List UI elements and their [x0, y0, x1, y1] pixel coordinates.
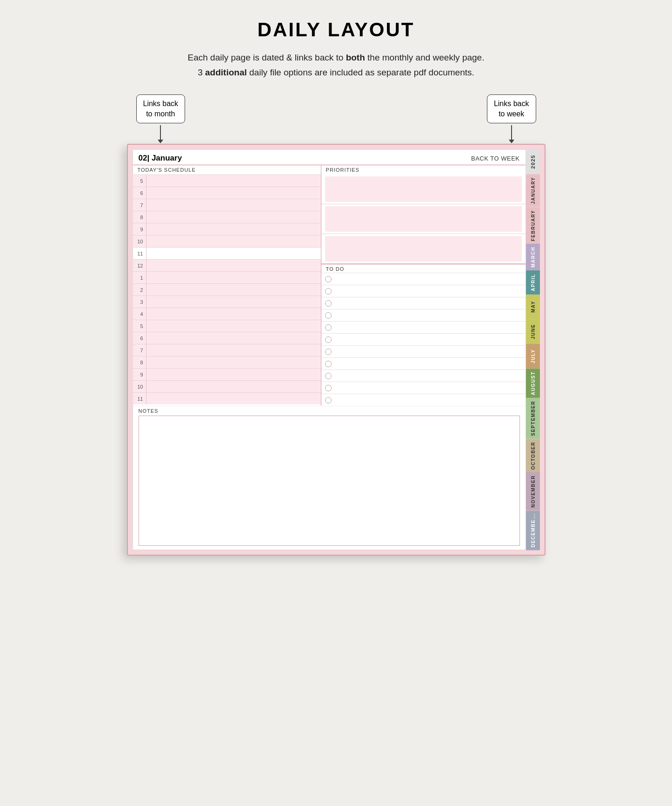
notes-box[interactable]: [139, 416, 520, 546]
time-row-2: 2: [133, 283, 321, 296]
arrow-down-week: [511, 125, 512, 140]
time-4: 4: [133, 311, 146, 317]
priorities-column: PRIORITIES TO DO: [321, 165, 526, 406]
time-12: 12: [133, 263, 146, 269]
notes-section: NOTES: [133, 406, 526, 550]
todo-item-2[interactable]: [321, 285, 526, 297]
todo-item-6[interactable]: [321, 333, 526, 345]
time-row-9: 9: [133, 223, 321, 235]
tab-may[interactable]: MAY: [526, 295, 540, 319]
todo-item-10[interactable]: [321, 382, 526, 394]
time-3: 3: [133, 299, 146, 305]
time-10pm: 10: [133, 384, 146, 390]
time-11pm: 11: [133, 396, 146, 402]
time-10: 10: [133, 239, 146, 244]
time-9pm: 9: [133, 372, 146, 377]
todo-item-9[interactable]: [321, 369, 526, 382]
subtitle: Each daily page is dated & links back to…: [188, 50, 485, 81]
time-5pm: 5: [133, 323, 146, 329]
annotation-month: Links backto month: [136, 94, 186, 141]
priority-area-1[interactable]: [325, 176, 522, 202]
tab-june[interactable]: JUNE: [526, 319, 540, 344]
time-1: 1: [133, 275, 146, 281]
priority-block-2: [321, 206, 526, 234]
tab-march[interactable]: MARCH: [526, 244, 540, 270]
schedule-label: TODAY'S SCHEDULE: [133, 165, 321, 175]
time-row-3: 3: [133, 296, 321, 308]
time-2: 2: [133, 287, 146, 293]
time-row-9pm: 9: [133, 368, 321, 380]
time-row-12: 12: [133, 259, 321, 271]
time-row-1: 1: [133, 271, 321, 283]
priorities-label: PRIORITIES: [321, 165, 526, 175]
tab-july[interactable]: JULY: [526, 344, 540, 369]
time-row-7pm: 7: [133, 344, 321, 356]
todo-circle-10: [325, 385, 332, 391]
todo-circle-5: [325, 324, 332, 331]
planner-header: 02| January BACK TO WEEK: [133, 150, 526, 165]
time-7: 7: [133, 202, 146, 208]
todo-circle-9: [325, 373, 332, 379]
todo-item-4[interactable]: [321, 309, 526, 321]
planner-inner: 02| January BACK TO WEEK TODAY'S SCHEDUL…: [133, 149, 526, 550]
planner-date: 02| January: [139, 154, 182, 163]
tab-september[interactable]: SEPTEMBER: [526, 398, 540, 439]
todo-circle-7: [325, 349, 332, 355]
time-row-6pm: 6: [133, 332, 321, 344]
page-title: DAILY LAYOUT: [258, 19, 415, 41]
time-row-7: 7: [133, 199, 321, 211]
subtitle-line2-end: daily file options are included as separ…: [247, 67, 474, 77]
tab-april[interactable]: APRIL: [526, 270, 540, 295]
time-9: 9: [133, 227, 146, 232]
tab-august[interactable]: AUGUST: [526, 369, 540, 398]
time-8: 8: [133, 215, 146, 220]
planner-body: TODAY'S SCHEDULE 5 6 7 8 9 10 11 12 1 2 …: [133, 165, 526, 406]
todo-item-3[interactable]: [321, 297, 526, 309]
time-6: 6: [133, 190, 146, 196]
tab-december[interactable]: DECEMBE...: [526, 510, 540, 550]
todo-circle-6: [325, 336, 332, 343]
priority-block-3: [321, 236, 526, 264]
subtitle-bold2: additional: [205, 67, 247, 77]
arrow-down-month: [160, 125, 161, 140]
annotation-week-box: Links backto week: [487, 94, 536, 124]
todo-item-5[interactable]: [321, 321, 526, 333]
time-8pm: 8: [133, 360, 146, 365]
annotation-month-text: Links backto month: [143, 100, 179, 118]
todo-circle-3: [325, 300, 332, 307]
tab-november[interactable]: NOVEMBER: [526, 472, 540, 510]
time-5: 5: [133, 178, 146, 184]
back-to-week[interactable]: BACK TO WEEK: [471, 155, 520, 162]
todo-circle-4: [325, 312, 332, 319]
todo-label: TO DO: [321, 264, 526, 273]
time-7pm: 7: [133, 348, 146, 353]
todo-item-7[interactable]: [321, 345, 526, 357]
time-row-5pm: 5: [133, 320, 321, 332]
todo-circle-1: [325, 276, 332, 282]
subtitle-line1: Each daily page is dated & links back to: [188, 53, 346, 62]
todo-item-11[interactable]: [321, 394, 526, 406]
todo-circle-2: [325, 288, 332, 295]
annotation-week-text: Links backto week: [494, 100, 529, 118]
time-row-5: 5: [133, 175, 321, 187]
todo-item-8[interactable]: [321, 357, 526, 369]
time-6pm: 6: [133, 336, 146, 341]
subtitle-bold: both: [346, 53, 365, 62]
sidebar-tabs: 2025 JANUARY FEBRUARY MARCH APRIL MAY JU…: [526, 149, 540, 550]
priority-area-3[interactable]: [325, 236, 522, 262]
todo-circle-11: [325, 397, 332, 403]
time-row-4: 4: [133, 308, 321, 320]
tab-february[interactable]: FEBRUARY: [526, 207, 540, 244]
subtitle-line1-end: the monthly and weekly page.: [365, 53, 485, 62]
todo-item-1[interactable]: [321, 273, 526, 285]
schedule-column: TODAY'S SCHEDULE 5 6 7 8 9 10 11 12 1 2 …: [133, 165, 321, 406]
time-row-10: 10: [133, 235, 321, 247]
time-row-8pm: 8: [133, 356, 321, 368]
priority-area-2[interactable]: [325, 206, 522, 232]
time-row-8: 8: [133, 211, 321, 223]
tab-2025[interactable]: 2025: [526, 149, 540, 174]
tab-january[interactable]: JANUARY: [526, 174, 540, 207]
tab-october[interactable]: OCTOBER: [526, 439, 540, 472]
annotation-week: Links backto week: [487, 94, 536, 141]
todo-section: TO DO: [321, 264, 526, 406]
